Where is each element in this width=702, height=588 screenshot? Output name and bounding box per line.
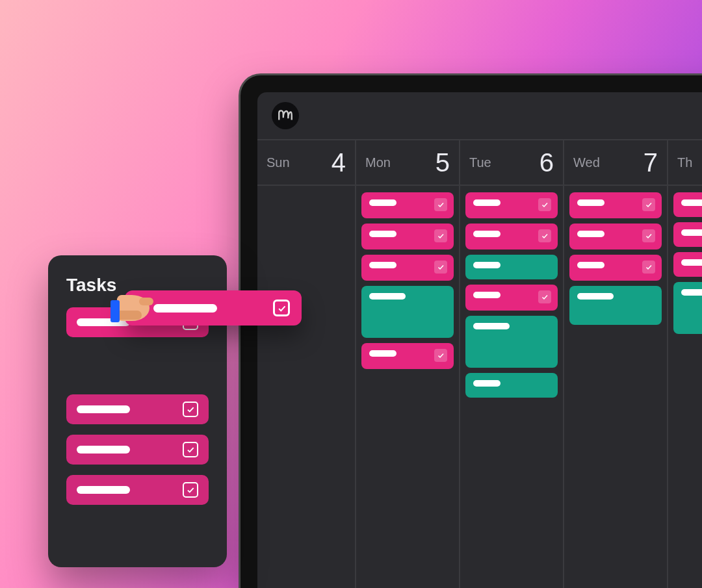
card-label-placeholder (681, 229, 702, 236)
app-logo-icon (272, 102, 299, 129)
calendar-column: Mon5 (356, 140, 460, 588)
checkbox-icon[interactable] (434, 349, 447, 362)
card-label-placeholder (473, 380, 500, 387)
device-frame: Sun4Mon5Tue6Wed7Th (239, 73, 702, 588)
calendar-column: Tue6 (460, 140, 564, 588)
column-header: Tue6 (460, 140, 563, 186)
checkbox-icon[interactable] (642, 198, 655, 211)
checkbox-icon[interactable] (434, 198, 447, 211)
group-gap (66, 348, 209, 384)
checkbox-icon[interactable] (538, 198, 551, 211)
checkbox-icon[interactable] (273, 300, 290, 316)
card-label-placeholder (577, 262, 604, 268)
card-label-placeholder (681, 259, 702, 266)
card-stack (460, 186, 563, 404)
task-label-placeholder (153, 304, 217, 313)
card-label-placeholder (473, 199, 500, 206)
day-of-week: Tue (469, 155, 491, 170)
column-header: Mon5 (356, 140, 459, 186)
calendar-card[interactable] (465, 285, 558, 311)
day-number: 6 (540, 148, 554, 177)
calendar-grid: Sun4Mon5Tue6Wed7Th (257, 139, 702, 588)
calendar-card[interactable] (673, 282, 702, 334)
day-of-week: Th (677, 155, 692, 170)
column-header: Wed7 (564, 140, 667, 186)
checkbox-icon[interactable] (434, 229, 447, 242)
calendar-card[interactable] (361, 255, 454, 281)
card-label-placeholder (577, 231, 604, 237)
topbar (257, 92, 702, 139)
calendar-card[interactable] (361, 192, 454, 218)
stage: Sun4Mon5Tue6Wed7Th Tasks (0, 0, 702, 588)
checkbox-icon[interactable] (183, 442, 198, 457)
card-stack (356, 186, 459, 376)
calendar-card[interactable] (465, 192, 558, 218)
card-label-placeholder (369, 231, 396, 237)
day-number: 5 (436, 148, 450, 177)
day-of-week: Sun (266, 155, 290, 170)
card-stack (668, 186, 702, 340)
calendar-card[interactable] (673, 222, 702, 247)
calendar-column: Th (668, 140, 702, 588)
column-header: Sun4 (257, 140, 355, 186)
app-screen: Sun4Mon5Tue6Wed7Th (257, 92, 702, 588)
calendar-card[interactable] (569, 224, 662, 249)
column-header: Th (668, 140, 702, 186)
calendar-card[interactable] (465, 224, 558, 249)
card-label-placeholder (369, 199, 396, 206)
card-label-placeholder (473, 262, 500, 268)
checkbox-icon[interactable] (538, 290, 551, 303)
task-item[interactable] (66, 475, 209, 505)
card-label-placeholder (681, 199, 702, 206)
checkbox-icon[interactable] (434, 261, 447, 274)
task-label-placeholder (77, 446, 130, 454)
calendar-card[interactable] (465, 255, 558, 279)
calendar-column: Sun4 (257, 140, 356, 588)
task-list (66, 307, 209, 505)
task-item[interactable] (66, 435, 209, 465)
card-label-placeholder (473, 292, 500, 298)
card-label-placeholder (681, 289, 702, 296)
calendar-card[interactable] (673, 192, 702, 217)
calendar-card[interactable] (361, 286, 454, 338)
calendar-card[interactable] (361, 224, 454, 249)
card-label-placeholder (473, 323, 510, 329)
day-number: 7 (644, 148, 658, 177)
task-label-placeholder (77, 405, 130, 413)
card-label-placeholder (369, 350, 396, 357)
card-stack (564, 186, 667, 331)
checkbox-icon[interactable] (183, 402, 198, 417)
checkbox-icon[interactable] (642, 229, 655, 242)
card-label-placeholder (369, 262, 396, 268)
day-number: 4 (332, 148, 346, 177)
task-item[interactable] (66, 394, 209, 424)
hand-cursor-icon (110, 294, 152, 326)
calendar-card[interactable] (569, 255, 662, 281)
card-label-placeholder (577, 293, 614, 300)
calendar-card[interactable] (465, 316, 558, 368)
day-of-week: Mon (365, 155, 391, 170)
checkbox-icon[interactable] (642, 261, 655, 274)
calendar-card[interactable] (673, 252, 702, 277)
checkbox-icon[interactable] (538, 229, 551, 242)
checkbox-icon[interactable] (183, 482, 198, 498)
card-label-placeholder (369, 293, 406, 300)
card-label-placeholder (473, 231, 500, 237)
calendar-card[interactable] (361, 343, 454, 369)
card-stack (257, 186, 355, 199)
calendar-card[interactable] (465, 373, 558, 398)
calendar-card[interactable] (569, 192, 662, 218)
day-of-week: Wed (573, 155, 600, 170)
card-label-placeholder (577, 199, 604, 206)
calendar-card[interactable] (569, 286, 662, 325)
calendar-column: Wed7 (564, 140, 668, 588)
task-label-placeholder (77, 486, 130, 494)
